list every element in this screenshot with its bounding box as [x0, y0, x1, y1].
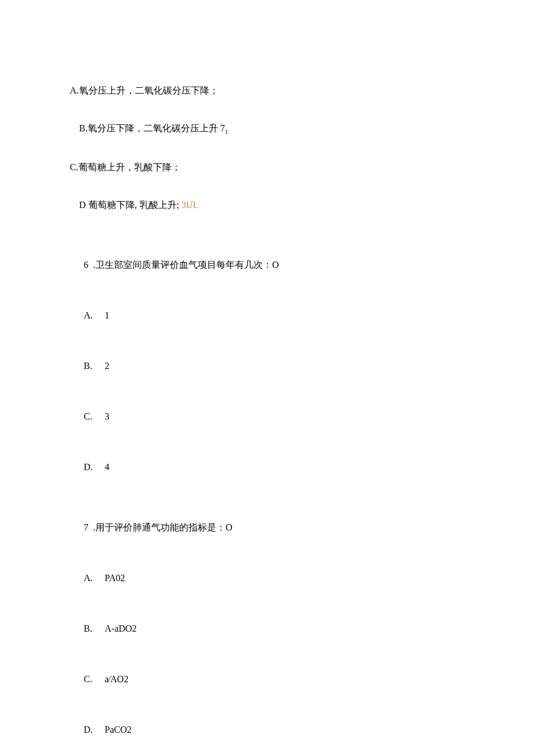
option-value: 4: [105, 462, 109, 472]
document-page: A.氧分压上升，二氧化碳分压下降； B.氧分压下降，二氧化碳分压上升 71 C.…: [0, 0, 535, 756]
intro-option-d-text: D 葡萄糖下降, 乳酸上升;: [79, 200, 181, 210]
option-value: 1: [105, 310, 109, 320]
intro-option-b: B.氧分压下降，二氧化碳分压上升 71: [70, 109, 465, 149]
question-7-text: 用于评价肺通气功能的指标是：O: [95, 522, 233, 532]
option-value: PA02: [105, 573, 125, 583]
option-value: 2: [105, 361, 109, 371]
intro-option-b-sub: 1: [225, 128, 229, 135]
question-7-option-b: B.A-aDO2: [70, 610, 465, 648]
question-7-number: 7 .: [84, 522, 95, 532]
intro-option-c: C.葡萄糖上升，乳酸下降；: [70, 161, 465, 174]
option-letter: C.: [84, 410, 105, 423]
question-6-option-c: C.3: [70, 397, 465, 436]
question-7-stem: 7 .用于评价肺通气功能的指标是：O: [70, 508, 465, 547]
option-letter: D.: [84, 461, 105, 474]
option-letter: A.: [84, 309, 105, 322]
option-value: 3: [105, 411, 109, 421]
question-6-number: 6 .: [84, 260, 95, 270]
question-7-option-c: C.a⁄AO2: [70, 660, 465, 699]
option-letter: D.: [84, 723, 105, 736]
question-6-option-b: B.2: [70, 347, 465, 386]
intro-option-a: A.氧分压上升，二氧化碳分压下降；: [70, 84, 465, 97]
option-value: PaCO2: [105, 725, 131, 734]
option-letter: A.: [84, 572, 105, 585]
question-7: 7 .用于评价肺通气功能的指标是：O A.PA02 B.A-aDO2 C.a⁄A…: [70, 508, 465, 750]
intro-option-d: D 葡萄糖下降, 乳酸上升; 3UL: [70, 185, 465, 224]
option-letter: B.: [84, 622, 105, 635]
question-7-option-d: D.PaCO2: [70, 711, 465, 750]
option-letter: B.: [84, 360, 105, 372]
question-6-option-a: A.1: [70, 296, 465, 335]
question-6-text: 卫生部室间质量评价血气项目每年有几次：O: [95, 260, 279, 270]
question-7-option-a: A.PA02: [70, 558, 465, 597]
intro-option-b-text: B.氧分压下降，二氧化碳分压上升 7: [79, 123, 225, 133]
option-value: A-aDO2: [105, 624, 137, 633]
option-letter: C.: [84, 673, 105, 686]
question-6-option-d: D.4: [70, 448, 465, 487]
question-6: 6 .卫生部室间质量评价血气项目每年有几次：O A.1 B.2 C.3 D.4: [70, 245, 465, 487]
question-6-stem: 6 .卫生部室间质量评价血气项目每年有几次：O: [70, 245, 465, 284]
intro-option-d-highlight: 3UL: [181, 200, 198, 210]
option-value: a⁄AO2: [105, 674, 129, 684]
